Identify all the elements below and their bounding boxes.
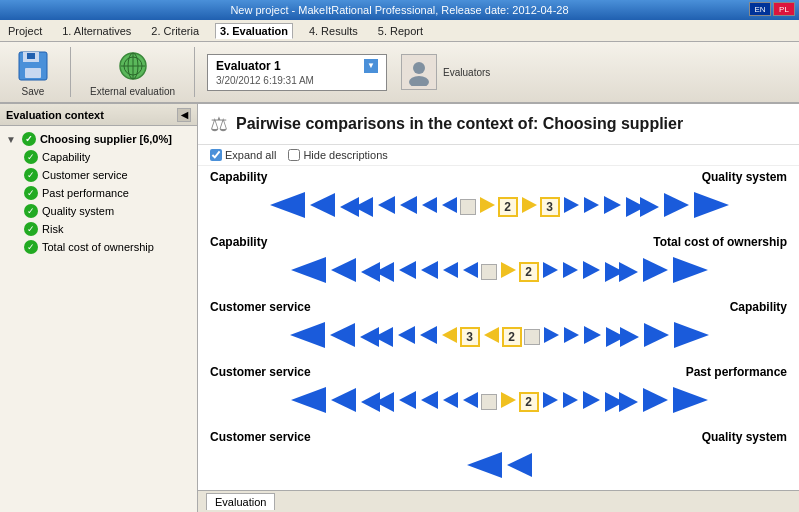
center-square-3[interactable]: [524, 329, 540, 345]
arrow-3r-yellow[interactable]: [520, 195, 538, 218]
tree-item-quality-system[interactable]: ✓ Quality system: [22, 202, 193, 220]
svg-marker-26: [664, 193, 689, 217]
menu-criteria[interactable]: 2. Criteria: [147, 24, 203, 38]
hide-descriptions-input[interactable]: [288, 149, 300, 161]
arrow-double-left[interactable]: [338, 195, 374, 219]
c3-arrow-5l[interactable]: [418, 324, 438, 349]
arrow-4l[interactable]: [420, 195, 438, 218]
tree-item-total-cost[interactable]: ✓ Total cost of ownership: [22, 238, 193, 256]
c4-arrow-5r[interactable]: [581, 389, 601, 414]
c3-arrow-2r[interactable]: [542, 325, 560, 348]
c2-arrow-9r[interactable]: [671, 255, 709, 288]
svg-marker-66: [463, 392, 478, 408]
tree-root-item[interactable]: ▼ ✓ Choosing supplier [6,0%]: [4, 130, 193, 148]
arrow-9r[interactable]: [692, 190, 730, 223]
arrow-6l[interactable]: [376, 194, 396, 219]
c4-arrow-double-right[interactable]: [603, 390, 639, 414]
c4-arrow-3r[interactable]: [541, 390, 559, 413]
c3-arrow-2l-yellow[interactable]: [482, 325, 500, 348]
c4-arrow-3l[interactable]: [461, 390, 479, 413]
c5-arrow-8l[interactable]: [505, 451, 533, 482]
c4-arrow-double-left[interactable]: [359, 390, 395, 414]
center-square-4[interactable]: [481, 394, 497, 410]
c4-arrow-9r[interactable]: [671, 385, 709, 418]
arrow-5l[interactable]: [398, 194, 418, 219]
comparisons-area[interactable]: Capability Quality system: [198, 166, 799, 490]
c3-arrow-6l[interactable]: [396, 324, 416, 349]
c4-arrow-5l[interactable]: [419, 389, 439, 414]
menu-report[interactable]: 5. Report: [374, 24, 427, 38]
c2-arrow-8r[interactable]: [641, 256, 669, 287]
arrow-9l[interactable]: [268, 190, 306, 223]
tree-item-past-performance[interactable]: ✓ Past performance: [22, 184, 193, 202]
menu-evaluation[interactable]: 3. Evaluation: [215, 23, 293, 39]
tab-evaluation[interactable]: Evaluation: [206, 493, 275, 510]
c4-arrow-8l[interactable]: [329, 386, 357, 417]
c3-arrow-double-right[interactable]: [604, 325, 640, 349]
c3-arrow-8r[interactable]: [642, 321, 670, 352]
svg-marker-43: [673, 257, 708, 283]
arrow-8r[interactable]: [662, 191, 690, 222]
c2-arrow-3r[interactable]: [541, 260, 559, 283]
c2-arrow-9l[interactable]: [289, 255, 327, 288]
flag-en[interactable]: EN: [749, 2, 771, 16]
num-bubble-3-1[interactable]: 3: [540, 197, 560, 217]
c3-arrow-9l[interactable]: [288, 320, 326, 353]
num-bubble-2-3[interactable]: 2: [502, 327, 522, 347]
arrow-5r[interactable]: [582, 195, 600, 218]
c5-arrow-9l[interactable]: [465, 450, 503, 483]
c2-arrow-5r[interactable]: [581, 259, 601, 284]
c2-arrow-4r[interactable]: [561, 260, 579, 283]
flag-pl[interactable]: PL: [773, 2, 795, 16]
num-bubble-2-4[interactable]: 2: [519, 392, 539, 412]
arrow-4r[interactable]: [562, 195, 580, 218]
arrow-8l[interactable]: [308, 191, 336, 222]
c2-arrow-4l[interactable]: [441, 260, 459, 283]
arrow-6r[interactable]: [602, 194, 622, 219]
c4-arrow-4r[interactable]: [561, 390, 579, 413]
svg-marker-45: [330, 323, 355, 347]
save-button[interactable]: Save: [8, 45, 58, 100]
arrow-3l[interactable]: [440, 195, 458, 218]
center-square-2[interactable]: [481, 264, 497, 280]
expand-all-input[interactable]: [210, 149, 222, 161]
c4-arrow-9l[interactable]: [289, 385, 327, 418]
c2-arrow-3l[interactable]: [461, 260, 479, 283]
c2-arrow-2r-yellow[interactable]: [499, 260, 517, 283]
c4-arrow-8r[interactable]: [641, 386, 669, 417]
panel-pin-icon[interactable]: ◀: [177, 108, 191, 122]
arrow-double-right[interactable]: [624, 195, 660, 219]
c2-arrow-8l[interactable]: [329, 256, 357, 287]
tree-item-capability[interactable]: ✓ Capability: [22, 148, 193, 166]
c3-arrow-3l-yellow[interactable]: [440, 325, 458, 348]
menu-results[interactable]: 4. Results: [305, 24, 362, 38]
tree-item-customer-service[interactable]: ✓ Customer service: [22, 166, 193, 184]
c2-arrow-double-right[interactable]: [603, 260, 639, 284]
tree-item-risk[interactable]: ✓ Risk: [22, 220, 193, 238]
menu-project[interactable]: Project: [4, 24, 46, 38]
arrow-2r-yellow[interactable]: [478, 195, 496, 218]
c4-arrow-4l[interactable]: [441, 390, 459, 413]
c2-arrow-5l[interactable]: [419, 259, 439, 284]
tree-expand-arrow: ▼: [6, 134, 16, 145]
c4-arrow-2r-yellow[interactable]: [499, 390, 517, 413]
c3-arrow-9r[interactable]: [672, 320, 710, 353]
c3-arrow-8l[interactable]: [328, 321, 356, 352]
menu-alternatives[interactable]: 1. Alternatives: [58, 24, 135, 38]
hide-descriptions-checkbox[interactable]: Hide descriptions: [288, 149, 387, 161]
c3-arrow-5r[interactable]: [582, 324, 602, 349]
num-bubble-2-1[interactable]: 2: [498, 197, 518, 217]
c2-arrow-double-left[interactable]: [359, 260, 395, 284]
c3-arrow-double-left[interactable]: [358, 325, 394, 349]
external-evaluation-button[interactable]: External evaluation: [83, 45, 182, 100]
svg-marker-69: [563, 392, 578, 408]
c3-arrow-3r[interactable]: [562, 325, 580, 348]
center-square-1[interactable]: [460, 199, 476, 215]
c2-arrow-6l[interactable]: [397, 259, 417, 284]
expand-all-checkbox[interactable]: Expand all: [210, 149, 276, 161]
num-bubble-2-2[interactable]: 2: [519, 262, 539, 282]
evaluator-dropdown[interactable]: ▼: [364, 59, 378, 73]
comp2-left-label: Capability: [210, 235, 267, 249]
c4-arrow-6l[interactable]: [397, 389, 417, 414]
num-bubble-3-3[interactable]: 3: [460, 327, 480, 347]
